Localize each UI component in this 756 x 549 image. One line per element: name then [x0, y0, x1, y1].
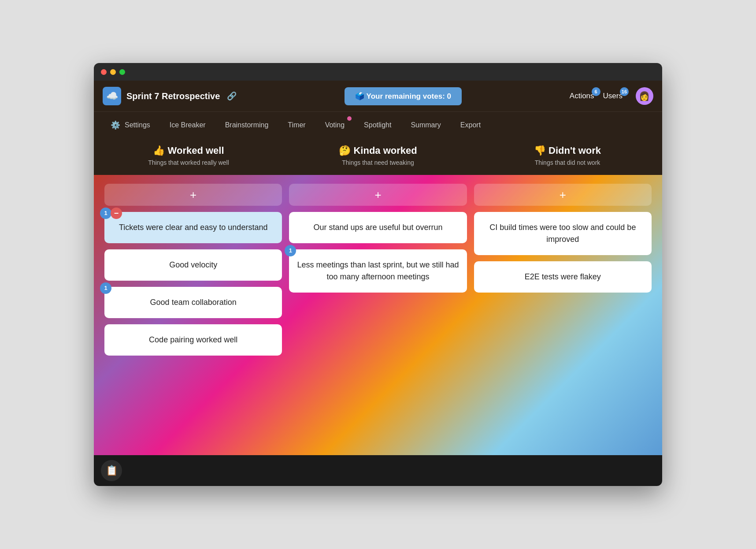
export-label: Export	[460, 121, 481, 129]
add-card-didnt-work[interactable]: +	[474, 184, 652, 206]
bottom-toolbar: 📋	[94, 455, 662, 486]
brainstorming-label: Brainstorming	[225, 121, 269, 129]
vote-badge-c3: 1	[100, 282, 111, 294]
brainstorming-nav-item[interactable]: Brainstorming	[215, 112, 278, 138]
logo-icon: ☁️	[106, 90, 118, 102]
settings-nav-item[interactable]: ⚙️ Settings	[101, 112, 160, 138]
settings-label: Settings	[125, 121, 150, 129]
voting-label: Voting	[325, 121, 345, 129]
card-text-c8: E2E tests were flakey	[525, 272, 601, 281]
card-c4[interactable]: Code pairing worked well	[104, 324, 282, 356]
voting-nav-item[interactable]: Voting	[315, 112, 354, 138]
card-c8[interactable]: E2E tests were flakey	[474, 261, 652, 293]
spotlight-nav-item[interactable]: Spotlight	[354, 112, 401, 138]
card-text-c6: Less meetings than last sprint, but we s…	[297, 260, 459, 281]
worked-well-subtitle: Things that worked really well	[103, 159, 274, 166]
card-text-c5: Our stand ups are useful but overrun	[313, 223, 442, 232]
summary-label: Summary	[411, 121, 441, 129]
column-headers: 👍 Worked well Things that worked really …	[94, 138, 662, 175]
titlebar	[94, 63, 662, 81]
card-text-c2: Good velocity	[169, 260, 217, 269]
settings-icon: ⚙️	[111, 120, 120, 130]
app-logo: ☁️	[103, 87, 121, 105]
timer-label: Timer	[288, 121, 305, 129]
ice-breaker-label: Ice Breaker	[170, 121, 206, 129]
minus-badge-c1[interactable]: −	[111, 208, 122, 219]
didnt-work-subtitle: Things that did not work	[482, 159, 653, 166]
actions-badge: 6	[592, 87, 600, 96]
subnav: ⚙️ Settings Ice Breaker Brainstorming Ti…	[94, 111, 662, 138]
column-didnt-work: + CI build times were too slow and could…	[471, 184, 655, 446]
card-c6[interactable]: 1 Less meetings than last sprint, but we…	[289, 249, 467, 293]
votes-button[interactable]: 🗳️ Your remaining votes: 0	[345, 87, 462, 105]
vote-badge-c1: 1	[100, 208, 111, 219]
add-card-kinda-worked[interactable]: +	[289, 184, 467, 206]
kinda-worked-label: Kinda worked	[353, 145, 417, 156]
summary-nav-item[interactable]: Summary	[401, 112, 450, 138]
didnt-work-title: 👎 Didn't work	[482, 145, 653, 156]
card-c7[interactable]: CI build times were too slow and could b…	[474, 212, 652, 255]
card-text-c3: Good team collaboration	[150, 298, 237, 307]
didnt-work-header: 👎 Didn't work Things that did not work	[473, 138, 662, 175]
link-icon[interactable]: 🔗	[227, 91, 237, 101]
tool-button[interactable]: 📋	[101, 460, 122, 481]
card-c1[interactable]: 1 − Tickets were clear and easy to under…	[104, 212, 282, 243]
kinda-worked-title: 🤔 Kinda worked	[292, 145, 464, 156]
maximize-button[interactable]	[119, 69, 125, 75]
app-title: Sprint 7 Retrospective	[126, 91, 220, 101]
users-badge: 16	[620, 87, 629, 96]
tool-icon: 📋	[106, 465, 118, 476]
vote-badge-c6: 1	[285, 245, 296, 256]
worked-well-title: 👍 Worked well	[103, 145, 274, 156]
add-card-worked-well[interactable]: +	[104, 184, 282, 206]
card-text-c7: CI build times were too slow and could b…	[489, 223, 636, 244]
board: + 1 − Tickets were clear and easy to und…	[94, 175, 662, 455]
didnt-work-emoji: 👎	[534, 145, 546, 156]
column-worked-well: + 1 − Tickets were clear and easy to und…	[101, 184, 285, 446]
ice-breaker-nav-item[interactable]: Ice Breaker	[160, 112, 215, 138]
close-button[interactable]	[101, 69, 107, 75]
kinda-worked-subtitle: Things that need tweaking	[292, 159, 464, 166]
worked-well-label: Worked well	[168, 145, 224, 156]
card-c5[interactable]: Our stand ups are useful but overrun	[289, 212, 467, 243]
card-c2[interactable]: Good velocity	[104, 249, 282, 281]
timer-nav-item[interactable]: Timer	[278, 112, 315, 138]
column-kinda-worked: + Our stand ups are useful but overrun 1…	[285, 184, 470, 446]
card-text-c4: Code pairing worked well	[149, 335, 237, 344]
users-button[interactable]: Users 16	[603, 92, 623, 100]
actions-button[interactable]: Actions 6	[570, 92, 594, 100]
export-nav-item[interactable]: Export	[451, 112, 490, 138]
minimize-button[interactable]	[110, 69, 116, 75]
card-text-c1: Tickets were clear and easy to understan…	[119, 223, 268, 232]
kinda-worked-header: 🤔 Kinda worked Things that need tweaking	[283, 138, 473, 175]
didnt-work-label: Didn't work	[548, 145, 601, 156]
topnav: ☁️ Sprint 7 Retrospective 🔗 🗳️ Your rema…	[94, 81, 662, 111]
worked-well-header: 👍 Worked well Things that worked really …	[94, 138, 283, 175]
avatar[interactable]: 👩	[636, 87, 653, 105]
nav-right: Actions 6 Users 16 👩	[570, 87, 653, 105]
kinda-worked-emoji: 🤔	[339, 145, 351, 156]
spotlight-label: Spotlight	[364, 121, 391, 129]
worked-well-emoji: 👍	[153, 145, 165, 156]
voting-dot	[347, 116, 352, 121]
card-c3[interactable]: 1 Good team collaboration	[104, 287, 282, 318]
app-window: ☁️ Sprint 7 Retrospective 🔗 🗳️ Your rema…	[94, 63, 662, 486]
